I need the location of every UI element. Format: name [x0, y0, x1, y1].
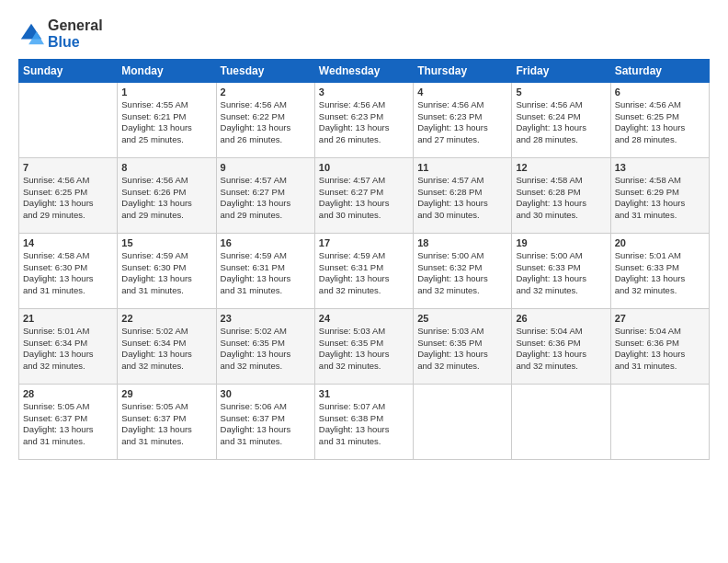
calendar-cell: 29Sunrise: 5:05 AM Sunset: 6:37 PM Dayli… — [118, 384, 216, 459]
day-number: 22 — [121, 313, 211, 324]
calendar-cell: 16Sunrise: 4:59 AM Sunset: 6:31 PM Dayli… — [216, 233, 314, 308]
header: General Blue — [18, 14, 710, 52]
day-number: 31 — [319, 388, 409, 399]
calendar-cell: 21Sunrise: 5:01 AM Sunset: 6:34 PM Dayli… — [19, 308, 118, 384]
day-info: Sunrise: 5:01 AM Sunset: 6:34 PM Dayligh… — [23, 326, 113, 373]
day-number: 8 — [121, 162, 211, 173]
day-number: 9 — [221, 162, 311, 173]
week-row-3: 14Sunrise: 4:58 AM Sunset: 6:30 PM Dayli… — [19, 233, 710, 308]
calendar-cell: 3Sunrise: 4:56 AM Sunset: 6:23 PM Daylig… — [314, 82, 413, 157]
day-info: Sunrise: 4:59 AM Sunset: 6:31 PM Dayligh… — [221, 250, 311, 297]
calendar-cell: 23Sunrise: 5:02 AM Sunset: 6:35 PM Dayli… — [216, 308, 314, 384]
col-header-tuesday: Tuesday — [216, 59, 314, 82]
day-number: 27 — [615, 313, 705, 324]
calendar-cell — [414, 384, 512, 459]
logo-text: General Blue — [48, 17, 103, 52]
day-info: Sunrise: 5:05 AM Sunset: 6:37 PM Dayligh… — [121, 401, 211, 448]
calendar-cell: 2Sunrise: 4:56 AM Sunset: 6:22 PM Daylig… — [216, 82, 314, 157]
calendar-cell: 30Sunrise: 5:06 AM Sunset: 6:37 PM Dayli… — [216, 384, 314, 459]
day-info: Sunrise: 4:58 AM Sunset: 6:29 PM Dayligh… — [615, 175, 705, 222]
day-info: Sunrise: 5:02 AM Sunset: 6:34 PM Dayligh… — [121, 326, 211, 373]
calendar-table: SundayMondayTuesdayWednesdayThursdayFrid… — [18, 59, 710, 460]
day-info: Sunrise: 4:56 AM Sunset: 6:25 PM Dayligh… — [23, 175, 113, 222]
day-number: 30 — [221, 388, 311, 399]
day-info: Sunrise: 4:57 AM Sunset: 6:27 PM Dayligh… — [221, 175, 311, 222]
day-number: 2 — [221, 86, 311, 98]
day-number: 5 — [516, 86, 606, 98]
calendar-cell: 10Sunrise: 4:57 AM Sunset: 6:27 PM Dayli… — [314, 157, 413, 233]
day-info: Sunrise: 4:59 AM Sunset: 6:31 PM Dayligh… — [319, 250, 409, 297]
calendar-cell: 4Sunrise: 4:56 AM Sunset: 6:23 PM Daylig… — [414, 82, 512, 157]
day-info: Sunrise: 5:05 AM Sunset: 6:37 PM Dayligh… — [23, 401, 113, 448]
calendar-cell: 12Sunrise: 4:58 AM Sunset: 6:28 PM Dayli… — [512, 157, 610, 233]
col-header-thursday: Thursday — [414, 59, 512, 82]
day-info: Sunrise: 5:00 AM Sunset: 6:32 PM Dayligh… — [417, 250, 507, 297]
day-info: Sunrise: 4:56 AM Sunset: 6:22 PM Dayligh… — [221, 99, 311, 146]
calendar-cell: 17Sunrise: 4:59 AM Sunset: 6:31 PM Dayli… — [314, 233, 413, 308]
week-row-4: 21Sunrise: 5:01 AM Sunset: 6:34 PM Dayli… — [19, 308, 710, 384]
day-number: 7 — [23, 162, 113, 173]
day-number: 20 — [615, 237, 705, 248]
day-info: Sunrise: 5:06 AM Sunset: 6:37 PM Dayligh… — [221, 401, 311, 448]
day-number: 29 — [121, 388, 211, 399]
day-info: Sunrise: 4:55 AM Sunset: 6:21 PM Dayligh… — [121, 99, 211, 146]
day-info: Sunrise: 5:02 AM Sunset: 6:35 PM Dayligh… — [221, 326, 311, 373]
day-info: Sunrise: 5:04 AM Sunset: 6:36 PM Dayligh… — [516, 326, 606, 373]
day-number: 13 — [615, 162, 705, 173]
week-row-1: 1Sunrise: 4:55 AM Sunset: 6:21 PM Daylig… — [19, 82, 710, 157]
logo-icon — [18, 21, 44, 47]
day-info: Sunrise: 4:56 AM Sunset: 6:24 PM Dayligh… — [516, 99, 606, 146]
col-header-sunday: Sunday — [19, 59, 118, 82]
calendar-cell: 14Sunrise: 4:58 AM Sunset: 6:30 PM Dayli… — [19, 233, 118, 308]
calendar-cell: 26Sunrise: 5:04 AM Sunset: 6:36 PM Dayli… — [512, 308, 610, 384]
day-info: Sunrise: 5:04 AM Sunset: 6:36 PM Dayligh… — [615, 326, 705, 373]
calendar-cell: 28Sunrise: 5:05 AM Sunset: 6:37 PM Dayli… — [19, 384, 118, 459]
col-header-monday: Monday — [118, 59, 216, 82]
calendar-cell: 19Sunrise: 5:00 AM Sunset: 6:33 PM Dayli… — [512, 233, 610, 308]
day-number: 18 — [417, 237, 507, 248]
day-info: Sunrise: 4:56 AM Sunset: 6:26 PM Dayligh… — [121, 175, 211, 222]
page: General Blue SundayMondayTuesdayWednesda… — [0, 0, 728, 563]
calendar-cell — [610, 384, 709, 459]
day-number: 28 — [23, 388, 113, 399]
day-number: 25 — [417, 313, 507, 324]
calendar-cell: 31Sunrise: 5:07 AM Sunset: 6:38 PM Dayli… — [314, 384, 413, 459]
day-info: Sunrise: 5:00 AM Sunset: 6:33 PM Dayligh… — [516, 250, 606, 297]
calendar-cell: 15Sunrise: 4:59 AM Sunset: 6:30 PM Dayli… — [118, 233, 216, 308]
calendar-cell: 24Sunrise: 5:03 AM Sunset: 6:35 PM Dayli… — [314, 308, 413, 384]
day-number: 4 — [417, 86, 507, 98]
day-info: Sunrise: 4:57 AM Sunset: 6:28 PM Dayligh… — [417, 175, 507, 222]
calendar-cell: 5Sunrise: 4:56 AM Sunset: 6:24 PM Daylig… — [512, 82, 610, 157]
day-info: Sunrise: 4:56 AM Sunset: 6:25 PM Dayligh… — [615, 99, 705, 146]
calendar-cell: 7Sunrise: 4:56 AM Sunset: 6:25 PM Daylig… — [19, 157, 118, 233]
day-info: Sunrise: 4:57 AM Sunset: 6:27 PM Dayligh… — [319, 175, 409, 222]
day-number: 21 — [23, 313, 113, 324]
logo: General Blue — [18, 17, 103, 52]
day-info: Sunrise: 5:03 AM Sunset: 6:35 PM Dayligh… — [417, 326, 507, 373]
calendar-cell: 22Sunrise: 5:02 AM Sunset: 6:34 PM Dayli… — [118, 308, 216, 384]
day-number: 24 — [319, 313, 409, 324]
day-info: Sunrise: 4:56 AM Sunset: 6:23 PM Dayligh… — [417, 99, 507, 146]
day-number: 19 — [516, 237, 606, 248]
day-number: 16 — [221, 237, 311, 248]
day-number: 1 — [121, 86, 211, 98]
col-header-saturday: Saturday — [610, 59, 709, 82]
calendar-cell: 9Sunrise: 4:57 AM Sunset: 6:27 PM Daylig… — [216, 157, 314, 233]
calendar-cell: 25Sunrise: 5:03 AM Sunset: 6:35 PM Dayli… — [414, 308, 512, 384]
day-number: 12 — [516, 162, 606, 173]
day-info: Sunrise: 4:56 AM Sunset: 6:23 PM Dayligh… — [319, 99, 409, 146]
day-number: 6 — [615, 86, 705, 98]
week-row-5: 28Sunrise: 5:05 AM Sunset: 6:37 PM Dayli… — [19, 384, 710, 459]
week-row-2: 7Sunrise: 4:56 AM Sunset: 6:25 PM Daylig… — [19, 157, 710, 233]
day-info: Sunrise: 5:07 AM Sunset: 6:38 PM Dayligh… — [319, 401, 409, 448]
day-info: Sunrise: 4:59 AM Sunset: 6:30 PM Dayligh… — [121, 250, 211, 297]
calendar-cell: 6Sunrise: 4:56 AM Sunset: 6:25 PM Daylig… — [610, 82, 709, 157]
day-info: Sunrise: 5:01 AM Sunset: 6:33 PM Dayligh… — [615, 250, 705, 297]
day-number: 15 — [121, 237, 211, 248]
calendar-cell: 11Sunrise: 4:57 AM Sunset: 6:28 PM Dayli… — [414, 157, 512, 233]
calendar-cell: 20Sunrise: 5:01 AM Sunset: 6:33 PM Dayli… — [610, 233, 709, 308]
calendar-cell: 27Sunrise: 5:04 AM Sunset: 6:36 PM Dayli… — [610, 308, 709, 384]
col-header-friday: Friday — [512, 59, 610, 82]
calendar-cell — [19, 82, 118, 157]
day-number: 26 — [516, 313, 606, 324]
